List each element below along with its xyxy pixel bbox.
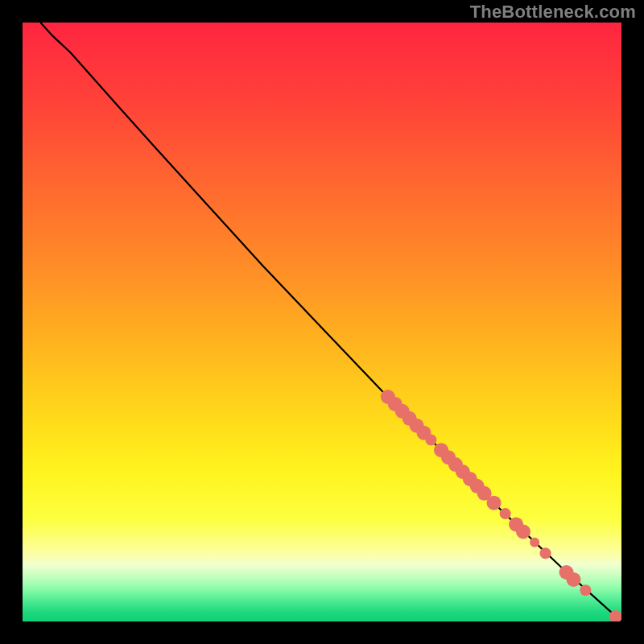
data-marker [516,524,530,539]
data-marker [540,547,551,559]
data-marker [500,508,511,519]
plot-area [23,23,621,621]
data-marker [487,496,502,510]
chart-svg [23,23,621,621]
data-marker [530,538,539,547]
data-marker [566,572,580,587]
chart-stage: TheBottleneck.com [0,0,644,644]
watermark-text: TheBottleneck.com [470,2,636,23]
data-marker [425,435,436,446]
background-gradient [23,23,621,621]
data-marker [580,584,591,596]
